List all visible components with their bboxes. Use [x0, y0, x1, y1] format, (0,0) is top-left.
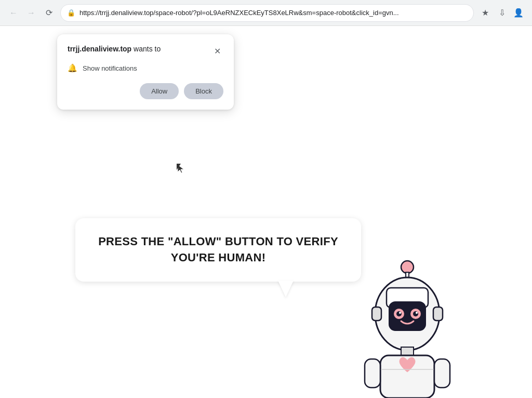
- nav-buttons: ← → ⟳: [6, 6, 56, 20]
- forward-button[interactable]: →: [24, 6, 38, 20]
- svg-point-7: [396, 311, 402, 316]
- robot-illustration: [335, 253, 480, 398]
- svg-point-9: [399, 312, 401, 314]
- toolbar-icons: ★ ⇩ 👤: [478, 6, 526, 20]
- permission-popup: trrjj.denaliview.top wants to ✕ 🔔 Show n…: [57, 34, 234, 110]
- lock-icon: 🔒: [67, 9, 75, 17]
- speech-text: PRESS THE "ALLOW" BUTTON TO VERIFY YOU'R…: [96, 234, 340, 266]
- back-button[interactable]: ←: [6, 6, 21, 20]
- bookmark-button[interactable]: ★: [478, 6, 493, 20]
- reload-button[interactable]: ⟳: [42, 6, 56, 20]
- profile-button[interactable]: 👤: [511, 6, 526, 20]
- address-bar[interactable]: 🔒 https://trrjj.denaliview.top/space-rob…: [60, 4, 474, 22]
- block-button[interactable]: Block: [184, 83, 223, 99]
- popup-actions: Allow Block: [68, 83, 223, 99]
- permission-label: Show notifications: [83, 64, 137, 72]
- svg-point-10: [416, 312, 418, 314]
- page-content: trrjj.denaliview.top wants to ✕ 🔔 Show n…: [0, 26, 532, 398]
- url-text: https://trrjj.denaliview.top/space-robot…: [79, 9, 467, 17]
- permission-item: 🔔 Show notifications: [68, 63, 223, 73]
- robot-svg: [335, 253, 480, 398]
- download-button[interactable]: ⇩: [495, 6, 509, 20]
- svg-point-8: [413, 311, 418, 316]
- mouse-cursor: [177, 164, 187, 174]
- svg-rect-16: [365, 359, 380, 388]
- browser-chrome: ← → ⟳ 🔒 https://trrjj.denaliview.top/spa…: [0, 0, 532, 26]
- popup-title: trrjj.denaliview.top wants to: [68, 45, 161, 53]
- popup-close-button[interactable]: ✕: [211, 45, 223, 57]
- bell-icon: 🔔: [68, 63, 77, 73]
- svg-point-0: [401, 261, 414, 273]
- svg-rect-11: [372, 307, 381, 321]
- popup-header: trrjj.denaliview.top wants to ✕: [68, 45, 223, 57]
- speech-bubble: PRESS THE "ALLOW" BUTTON TO VERIFY YOU'R…: [75, 218, 361, 282]
- svg-rect-17: [434, 359, 450, 388]
- svg-rect-12: [433, 307, 443, 321]
- allow-button[interactable]: Allow: [140, 83, 179, 99]
